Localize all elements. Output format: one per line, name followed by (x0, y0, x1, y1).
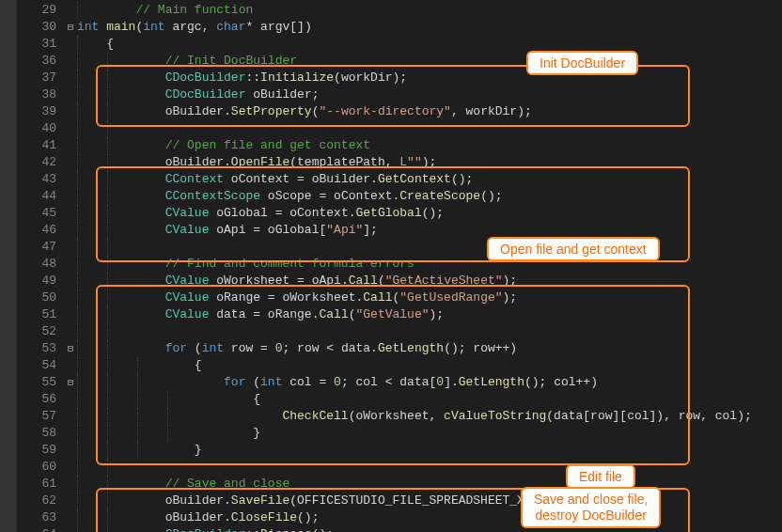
code-line[interactable] (77, 459, 782, 476)
token-id (106, 3, 135, 17)
code-line[interactable]: // Init DocBuilder (77, 53, 782, 70)
token-id: row = (224, 341, 275, 355)
code-line[interactable]: CValue oApi = oGlobal["Api"]; (77, 222, 782, 239)
token-kw: int (260, 375, 282, 389)
line-number: 37 (17, 70, 56, 86)
code-line[interactable]: CContext oContext = oBuilder.GetContext(… (77, 171, 782, 188)
token-id: oWorksheet = oApi. (209, 274, 348, 288)
fold-marker[interactable]: ⊟ (64, 19, 77, 36)
line-number: 50 (17, 289, 56, 306)
code-line[interactable]: } (77, 442, 782, 459)
token-fn: GetLength (459, 375, 524, 389)
line-number: 45 (17, 205, 56, 222)
code-area[interactable]: // Main functionint main(int argc, char*… (77, 0, 782, 532)
fold-gutter[interactable]: ⊟⊟⊟ (64, 0, 77, 532)
token-kw: int (143, 20, 164, 34)
code-line[interactable]: { (77, 391, 782, 408)
token-id (135, 189, 164, 203)
token-id: (oWorksheet, (349, 409, 444, 423)
token-cm: // Find and comment formula errors (165, 257, 414, 271)
token-type: CContextScope (165, 189, 260, 203)
token-id: ); (422, 155, 437, 169)
line-number: 47 (17, 239, 56, 256)
code-line[interactable]: { (77, 36, 782, 53)
token-id: (); (422, 206, 444, 220)
fold-marker[interactable]: ⊟ (64, 374, 77, 391)
token-op: :: (245, 70, 260, 85)
line-number: 42 (17, 154, 56, 171)
fold-marker (64, 493, 77, 509)
code-line[interactable]: // Open file and get context (77, 137, 782, 154)
token-cm: // Save and close (165, 477, 290, 491)
token-kw: int (202, 341, 224, 355)
breakpoint-margin[interactable] (0, 0, 17, 532)
token-id: oBuilder. (135, 155, 230, 169)
token-id (135, 527, 164, 532)
code-line[interactable]: oBuilder.CloseFile(); (77, 509, 782, 526)
line-number: 29 (17, 2, 56, 19)
code-line[interactable]: { (77, 357, 782, 374)
fold-marker (64, 306, 77, 323)
token-id: ; col < data[ (341, 375, 436, 389)
token-cm: // Open file and get context (165, 138, 370, 152)
line-number: 52 (17, 323, 56, 340)
code-line[interactable]: // Find and comment formula errors (77, 256, 782, 273)
code-line[interactable]: oBuilder.SetProperty("--work-directory",… (77, 103, 782, 120)
code-line[interactable]: } (77, 425, 782, 442)
code-line[interactable]: CContextScope oScope = oContext.CreateSc… (77, 188, 782, 205)
token-str: L"" (399, 155, 421, 169)
code-line[interactable]: CValue oWorksheet = oApi.Call("GetActive… (77, 273, 782, 289)
token-id (135, 87, 164, 102)
token-fn: CloseFile (231, 510, 297, 524)
line-number: 49 (17, 273, 56, 289)
code-line[interactable]: CDocBuilder::Dispose(); (77, 526, 782, 532)
code-line[interactable]: CValue data = oRange.Call("GetValue"); (77, 306, 782, 323)
code-line[interactable]: // Main function (77, 2, 782, 19)
line-number-gutter[interactable]: 2930313637383940414243444546474849505152… (17, 0, 64, 532)
line-number: 53 (17, 340, 56, 357)
token-fn: Call (349, 274, 378, 288)
code-line[interactable]: CValue oGlobal = oContext.GetGlobal(); (77, 205, 782, 222)
fold-marker (64, 256, 77, 273)
token-kw: int (77, 20, 99, 34)
token-op: :: (245, 527, 260, 532)
code-line[interactable] (77, 120, 782, 137)
token-str: "GetUsedRange" (399, 290, 502, 305)
code-line[interactable]: for (int col = 0; col < data[0].GetLengt… (77, 374, 782, 391)
token-fn: OpenFile (231, 155, 289, 169)
code-line[interactable]: CValue oRange = oWorksheet.Call("GetUsed… (77, 289, 782, 306)
token-id (135, 70, 164, 85)
code-line[interactable]: CDocBuilder::Initialize(workDir); (77, 70, 782, 86)
fold-marker (64, 289, 77, 306)
code-line[interactable] (77, 239, 782, 256)
line-number: 51 (17, 306, 56, 323)
code-line[interactable]: int main(int argc, char* argv[]) (77, 19, 782, 36)
token-id (135, 257, 164, 271)
fold-marker[interactable]: ⊟ (64, 340, 77, 357)
token-id (195, 409, 283, 423)
fold-marker (64, 86, 77, 103)
line-number: 46 (17, 222, 56, 239)
token-id: oApi = oGlobal[ (209, 223, 326, 237)
code-line[interactable]: CheckCell(oWorksheet, cValueToString(dat… (77, 408, 782, 425)
line-number: 61 (17, 476, 56, 493)
token-id: (data[row][col]), row, col); (546, 409, 751, 423)
token-fn: GetGlobal (355, 206, 421, 220)
code-line[interactable] (77, 323, 782, 340)
token-str: "Api" (326, 223, 363, 237)
code-editor[interactable]: 2930313637383940414243444546474849505152… (0, 0, 782, 532)
line-number: 60 (17, 459, 56, 476)
token-fn: CheckCell (282, 409, 348, 423)
token-str: "GetActiveSheet" (385, 274, 503, 288)
code-line[interactable]: oBuilder.SaveFile(OFFICESTUDIO_FILE_SPRE… (77, 493, 782, 509)
token-id: oRange = oWorksheet. (209, 290, 363, 305)
code-line[interactable]: CDocBuilder oBuilder; (77, 86, 782, 103)
code-line[interactable]: // Save and close (77, 476, 782, 493)
fold-marker (64, 171, 77, 188)
token-id: { (106, 37, 114, 51)
code-line[interactable]: for (int row = 0; row < data.GetLength()… (77, 340, 782, 357)
fold-marker (64, 323, 77, 340)
token-id (135, 341, 164, 355)
token-fn: GetContext (378, 172, 451, 186)
code-line[interactable]: oBuilder.OpenFile(templatePath, L""); (77, 154, 782, 171)
